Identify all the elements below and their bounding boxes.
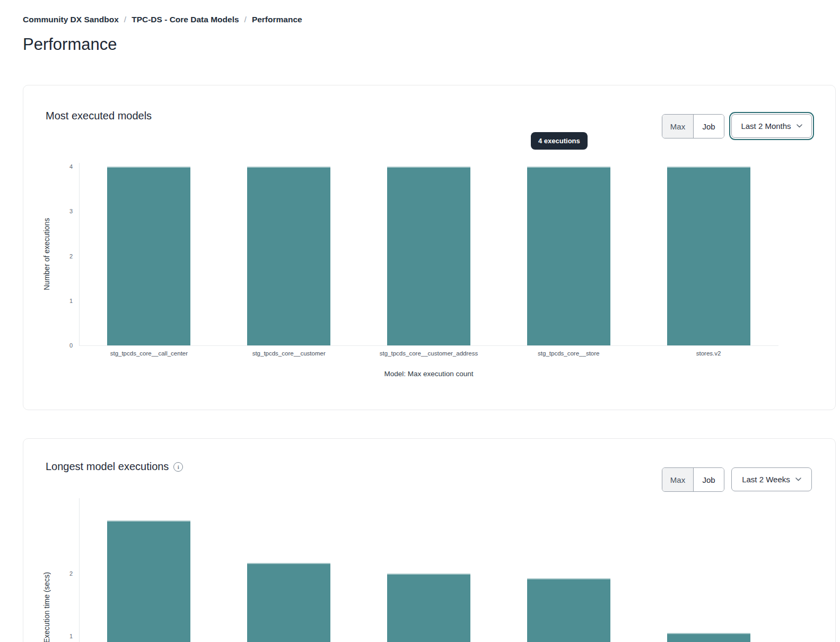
longest-model-executions-card: Longest model executions i Max Job Last … <box>23 438 836 642</box>
breadcrumb-item-project[interactable]: Community DX Sandbox <box>23 15 119 24</box>
breadcrumb-item-environment[interactable]: TPC-DS - Core Data Models <box>132 15 239 24</box>
bar-stores.v2[interactable] <box>667 167 750 345</box>
most-executed-models-chart: Number of executions Model: Max executio… <box>23 85 835 410</box>
breadcrumb-separator: / <box>124 15 126 24</box>
breadcrumb-separator: / <box>244 15 247 24</box>
y-axis-tick: 2 <box>51 253 73 260</box>
bar-stg_tpcds_core__call_center[interactable] <box>107 167 190 345</box>
longest-model-executions-chart: Execution time (secs) 12 <box>23 439 835 642</box>
bar-column-4[interactable] <box>527 578 610 642</box>
performance-page: Community DX Sandbox / TPC-DS - Core Dat… <box>0 0 840 642</box>
x-axis-label: stg_tpcds_core__call_center <box>75 350 223 357</box>
x-axis-title: Model: Max execution count <box>79 370 778 378</box>
y-axis-title: Execution time (secs) <box>41 516 52 642</box>
x-axis-label: stores.v2 <box>634 350 783 357</box>
bar-column-3[interactable] <box>387 574 470 642</box>
y-axis-tick: 1 <box>51 297 73 305</box>
y-axis-tick: 2 <box>51 570 73 577</box>
bar-stg_tpcds_core__customer_address[interactable] <box>387 167 470 345</box>
bar-stg_tpcds_core__customer[interactable] <box>247 167 330 345</box>
most-executed-models-card: Most executed models Max Job Last 2 Mont… <box>23 85 836 410</box>
bar-column-1[interactable] <box>107 520 190 642</box>
y-axis-tick: 1 <box>51 632 73 640</box>
y-axis-tick: 0 <box>51 342 73 349</box>
page-title: Performance <box>23 35 117 54</box>
y-axis-tick: 3 <box>51 207 73 215</box>
y-axis-line <box>79 498 80 642</box>
bar-stg_tpcds_core__store[interactable] <box>527 167 610 345</box>
bar-column-2[interactable] <box>247 563 330 642</box>
x-axis-label: stg_tpcds_core__customer <box>215 350 363 357</box>
x-axis-label: stg_tpcds_core__store <box>494 350 643 357</box>
bar-column-5[interactable] <box>667 633 750 642</box>
x-axis-line <box>79 345 778 346</box>
breadcrumb-item-current: Performance <box>252 15 302 24</box>
breadcrumb: Community DX Sandbox / TPC-DS - Core Dat… <box>23 15 302 24</box>
y-axis-tick: 4 <box>51 163 73 170</box>
x-axis-label: stg_tpcds_core__customer_address <box>355 350 503 357</box>
y-axis-title: Number of executions <box>41 163 52 345</box>
y-axis-line <box>79 163 80 345</box>
chart-tooltip: 4 executions <box>531 132 588 150</box>
